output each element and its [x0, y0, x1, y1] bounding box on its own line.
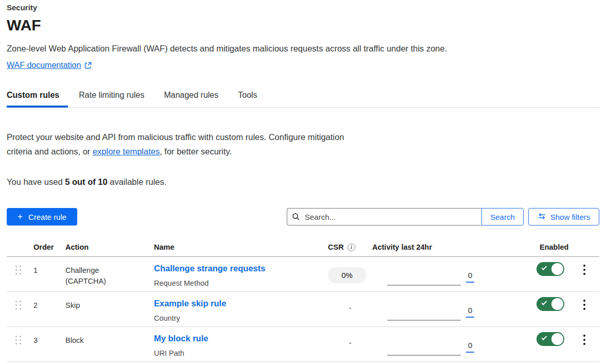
rule-usage-summary: You have used 5 out of 10 available rule… [7, 177, 599, 187]
kebab-menu-icon[interactable] [582, 265, 587, 275]
activity-sparkline [387, 320, 461, 321]
swap-arrows-icon [538, 213, 546, 221]
usage-count: 5 out of 10 [65, 177, 108, 186]
header-handle-spacer [7, 240, 33, 256]
table-header-row: Order Action Name CSR i Activity last 24… [7, 240, 599, 257]
rule-action: Block [65, 327, 154, 361]
drag-handle-icon[interactable] [15, 301, 22, 309]
header-name: Name [154, 240, 319, 256]
rule-field: Request Method [154, 278, 319, 289]
header-order: Order [33, 240, 65, 256]
header-action: Action [65, 240, 154, 256]
search-button[interactable]: Search [481, 208, 524, 226]
info-icon[interactable]: i [348, 244, 355, 251]
activity-sparkline [387, 355, 461, 356]
external-link-icon [84, 62, 92, 69]
rule-name-link[interactable]: Challenge strange requests [154, 264, 265, 273]
check-icon [542, 300, 547, 305]
page-description: Zone-level Web Application Firewall (WAF… [7, 44, 599, 54]
rule-name-link[interactable]: Example skip rule [154, 299, 226, 308]
waf-documentation-link[interactable]: WAF documentation [7, 61, 92, 70]
rule-field: URI Path [154, 348, 319, 359]
intro-line-1: Protect your website and API from malici… [7, 130, 599, 144]
drag-handle-icon[interactable] [15, 266, 22, 274]
rule-order: 3 [33, 327, 65, 361]
rule-order: 1 [33, 257, 65, 291]
csr-value: - [328, 297, 372, 313]
tab-bar: Custom rules Rate limiting rules Managed… [7, 84, 599, 108]
kebab-menu-icon[interactable] [582, 300, 587, 310]
rule-action: Skip [65, 292, 154, 326]
csr-value: - [328, 332, 372, 348]
tab-tools[interactable]: Tools [238, 84, 257, 107]
show-filters-button-label: Show filters [550, 213, 591, 221]
rule-order: 2 [33, 292, 65, 326]
plus-icon: + [18, 212, 23, 222]
header-menu-spacer [572, 240, 599, 256]
table-row: 3 Block My block rule URI Path - 0 [7, 327, 599, 362]
rule-name-link[interactable]: My block rule [154, 334, 208, 343]
intro-paragraph: Protect your website and API from malici… [7, 130, 599, 159]
breadcrumb-security: Security [7, 3, 599, 12]
check-icon [542, 265, 547, 270]
enabled-toggle[interactable] [536, 262, 564, 276]
enabled-toggle[interactable] [536, 297, 564, 311]
csr-badge: 0% [328, 267, 366, 283]
usage-text-pre: You have used [7, 177, 65, 186]
header-csr: CSR [328, 243, 344, 251]
header-enabled: Enabled [530, 240, 572, 256]
rule-field: Country [154, 313, 319, 324]
tab-custom-rules[interactable]: Custom rules [7, 84, 59, 107]
drag-handle-icon[interactable] [15, 336, 22, 344]
rules-toolbar: + Create rule Search [7, 208, 599, 226]
waf-page: Security WAF Zone-level Web Application … [0, 0, 606, 362]
kebab-menu-icon[interactable] [582, 335, 587, 345]
rule-action: Challenge (CAPTCHA) [65, 257, 154, 291]
intro-line-2-post: , for better security. [160, 147, 232, 156]
activity-count-link[interactable]: 0 [466, 270, 474, 283]
usage-text-post: available rules. [108, 177, 167, 186]
table-row: 1 Challenge (CAPTCHA) Challenge strange … [7, 257, 599, 292]
tab-rate-limiting-rules[interactable]: Rate limiting rules [79, 84, 144, 107]
header-activity: Activity last 24hr [372, 240, 530, 256]
custom-rules-table: Order Action Name CSR i Activity last 24… [7, 240, 599, 362]
activity-count-link[interactable]: 0 [466, 340, 474, 353]
show-filters-button[interactable]: Show filters [528, 208, 599, 226]
tab-managed-rules[interactable]: Managed rules [164, 84, 218, 107]
explore-templates-link[interactable]: explore templates [93, 147, 160, 156]
activity-count-link[interactable]: 0 [466, 305, 474, 318]
page-title: WAF [7, 16, 599, 34]
enabled-toggle[interactable] [536, 332, 564, 346]
intro-line-2-pre: criteria and actions, or [7, 147, 93, 156]
check-icon [542, 335, 547, 340]
search-input[interactable] [287, 208, 481, 226]
table-row: 2 Skip Example skip rule Country - 0 [7, 292, 599, 327]
activity-sparkline [387, 285, 461, 286]
create-rule-button[interactable]: + Create rule [7, 208, 77, 226]
waf-documentation-link-label: WAF documentation [7, 61, 81, 70]
create-rule-button-label: Create rule [28, 213, 66, 221]
